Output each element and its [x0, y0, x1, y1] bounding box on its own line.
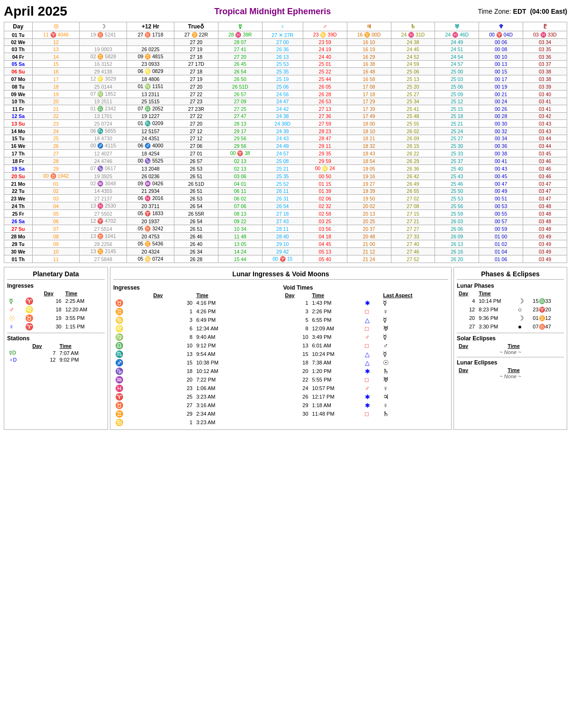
- li-sign: ♍: [113, 333, 151, 341]
- venus-cell: 25 35: [262, 68, 303, 75]
- venus-cell: 25 08: [262, 157, 303, 165]
- saturn-cell: 25 13: [391, 75, 435, 83]
- station-time: 7:07 AM: [57, 349, 105, 356]
- uranus-cell: 25 56: [435, 202, 479, 210]
- ingress-day: 30: [42, 322, 63, 331]
- stations-subtitle: Stations: [7, 335, 105, 342]
- col-sun: ☉: [32, 22, 80, 31]
- day-cell: 15 Tu: [4, 135, 33, 142]
- moon-cell: 24 4746: [80, 157, 127, 165]
- mercury-cell: 04 01: [218, 180, 262, 188]
- lp-day: 12: [457, 305, 477, 314]
- saturn-cell: 27 08: [391, 202, 435, 210]
- table-row: 01 Tu 11 ♈ 4046 19 ♉ 5241 27 ♉ 1718 27 ♊…: [4, 31, 567, 39]
- li-day-hdr: Day: [151, 292, 194, 299]
- table-row: 29 Tu 09 28 2256 05 ♊ 5436 26 40 13 05 2…: [4, 240, 567, 248]
- li-sign: ♎: [113, 341, 151, 350]
- jupiter-cell: 19 05: [347, 165, 391, 173]
- pluto-cell: 03 45: [523, 150, 567, 157]
- table-row: 20 Su 00 ♉ 1942 19 3925 26 0236 26 51 03…: [4, 173, 567, 180]
- station-row: ☿D 7 7:07 AM: [7, 349, 105, 356]
- saturn-cell: 25 06: [391, 68, 435, 75]
- void-time: 1:18 AM: [310, 401, 363, 410]
- li-time: 9:54 AM: [194, 350, 278, 358]
- truenode-cell: 26 54: [174, 218, 218, 225]
- day-cell: 07 Mo: [4, 75, 33, 83]
- station-planet: ☿D: [7, 349, 30, 356]
- table-row: 08 Tu 18 25 0144 01 ♍ 1151 27 20 26 51D …: [4, 83, 567, 91]
- lp-time: 10:14 PM: [477, 297, 516, 305]
- truenode-cell: 27 19: [174, 75, 218, 83]
- le-day-hdr: Day: [457, 367, 506, 373]
- uranus-cell: 25 46: [435, 180, 479, 188]
- moon-cell: 02 ♊ 5828: [80, 53, 127, 61]
- li-day: 23: [151, 384, 194, 392]
- mars-cell: 27 36: [303, 113, 347, 120]
- venus-cell: 25 53: [262, 61, 303, 68]
- mars-cell: 29 35: [303, 150, 347, 157]
- li-day: 8: [151, 333, 194, 341]
- day-cell: 14 Mo: [4, 127, 33, 135]
- li-time: 4:16 PM: [194, 299, 278, 307]
- day-cell: 22 Tu: [4, 188, 33, 195]
- sun-cell: 20: [32, 98, 80, 105]
- mercury-cell: 26 51D: [218, 83, 262, 91]
- saturn-cell: 27 27: [391, 225, 435, 233]
- mars-cell: 04 45: [303, 240, 347, 248]
- truenode-cell: 26 55R: [174, 210, 218, 218]
- venus-cell: 26 11: [262, 188, 303, 195]
- void-planet: ☿: [381, 350, 448, 358]
- mars-cell: 04 18: [303, 233, 347, 240]
- saturn-cell: 25 55: [391, 120, 435, 127]
- uranus-cell: 25 24: [435, 127, 479, 135]
- pluto-cell: 03 38: [523, 75, 567, 83]
- mars-cell: 29 59: [303, 157, 347, 165]
- venus-cell: 26 31: [262, 195, 303, 202]
- void-symbol: ✱: [363, 401, 381, 410]
- station-planet: ♀D: [7, 356, 30, 363]
- day-cell: 12 Sa: [4, 113, 33, 120]
- mars-cell: 00 50: [303, 173, 347, 180]
- jupiter-cell: 16 58: [347, 75, 391, 83]
- lunar-phase-row: 4 10:14 PM ☽ 15♎33: [457, 297, 564, 305]
- plus12-cell: 27 ♉ 1718: [127, 31, 174, 39]
- neptune-cell: 00 36: [479, 142, 523, 150]
- truenode-cell: 27 20: [174, 39, 218, 46]
- void-planet: ☿: [381, 316, 448, 324]
- void-day: 5: [283, 316, 310, 324]
- moon-cell: [80, 39, 127, 46]
- venus-cell: 26 36: [262, 46, 303, 53]
- neptune-cell: 01 00: [479, 233, 523, 240]
- jupiter-cell: 20 13: [347, 210, 391, 218]
- venus-cell: 24 49: [262, 142, 303, 150]
- li-day: 27: [151, 401, 194, 410]
- saturn-cell: 26 42: [391, 173, 435, 180]
- saturn-cell: 27 46: [391, 248, 435, 255]
- plus12-cell: 07 ♎ 2052: [127, 105, 174, 113]
- neptune-cell: 01 06: [479, 255, 523, 263]
- void-planet: ♅: [381, 324, 448, 333]
- table-row: 04 Fr 14 02 ♊ 5828 09 ♊ 4815 27 18 27 20…: [4, 53, 567, 61]
- plus12-cell: 20 4324: [127, 248, 174, 255]
- moon-cell: 16 3152: [80, 61, 127, 68]
- void-symbol: ✱: [363, 367, 381, 375]
- void-symbol: □: [363, 410, 381, 418]
- saturn-cell: 25 34: [391, 98, 435, 105]
- mercury-cell: 26 57: [218, 91, 262, 98]
- void-planet: ♄: [381, 410, 448, 418]
- lp-time-hdr: Time: [477, 290, 516, 297]
- sun-cell: 02: [32, 188, 80, 195]
- day-cell: 24 Th: [4, 202, 33, 210]
- uranus-cell: 25 03: [435, 75, 479, 83]
- mercury-cell: 26 45: [218, 61, 262, 68]
- void-row: 26 12:17 PM ✱ ♃: [283, 392, 449, 401]
- day-cell: 30 We: [4, 248, 33, 255]
- planetary-ingress-row: ☉ ♉ 19 3:55 PM: [7, 314, 105, 322]
- uranus-cell: 26 13: [435, 240, 479, 248]
- pluto-cell: 03 44: [523, 142, 567, 150]
- neptune-cell: 00 13: [479, 61, 523, 68]
- pluto-cell: 03 48: [523, 202, 567, 210]
- lp-day: 4: [457, 297, 477, 305]
- pluto-cell: 03 41: [523, 98, 567, 105]
- lp-desc: 15♎33: [531, 297, 564, 305]
